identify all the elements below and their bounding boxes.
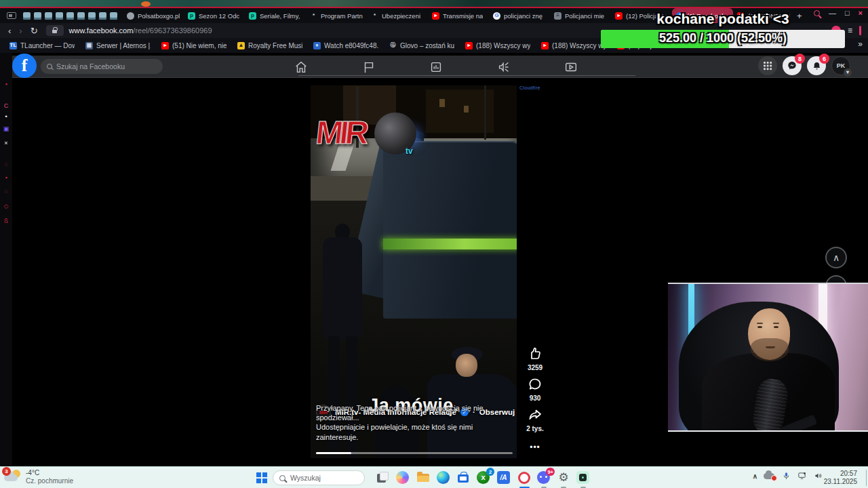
- weather-widget[interactable]: 3 -4°C Cz. pochmurnie: [4, 469, 73, 485]
- notifications-button[interactable]: 6: [807, 56, 826, 75]
- url-text[interactable]: www.facebook.com/reel/696373639860969: [69, 26, 212, 35]
- onedrive-icon[interactable]: [764, 472, 776, 480]
- pinned-tab[interactable]: [23, 12, 31, 20]
- medal-app-icon[interactable]: /A: [496, 470, 511, 485]
- pinned-tab[interactable]: [110, 12, 117, 20]
- microphone-tray-icon[interactable]: [782, 471, 791, 481]
- share-icon[interactable]: [527, 407, 543, 423]
- like-icon[interactable]: [527, 346, 543, 362]
- opera-icon[interactable]: [517, 470, 532, 485]
- sidebar-app-icon[interactable]: ◌: [0, 188, 12, 195]
- apps-menu-button[interactable]: [758, 56, 777, 75]
- reload-icon[interactable]: ↻: [31, 26, 38, 35]
- close-button[interactable]: ×: [859, 9, 863, 17]
- tab-label: Sezon 12 Odc: [199, 12, 239, 20]
- copilot-icon[interactable]: [395, 470, 410, 485]
- home-icon[interactable]: [294, 60, 309, 75]
- pinned-tab[interactable]: [77, 12, 85, 20]
- browser-tab[interactable]: p Seriale, Filmy,: [245, 8, 306, 23]
- pinned-tab[interactable]: [99, 12, 106, 20]
- sidebar-app-icon[interactable]: •: [0, 114, 12, 120]
- pinned-tab[interactable]: [88, 12, 96, 20]
- facebook-search-input[interactable]: Szukaj na Facebooku: [41, 59, 163, 74]
- back-icon[interactable]: ‹: [8, 26, 11, 35]
- forward-icon[interactable]: ›: [19, 26, 22, 35]
- bookmark-item[interactable]: ▸ (188) Wszyscy wy...: [465, 42, 530, 49]
- browser-tab[interactable]: p Sezon 12 Odc: [184, 8, 245, 23]
- lock-icon: [52, 30, 57, 33]
- system-tray: ∧: [753, 471, 823, 481]
- taskbar-clock[interactable]: 20:57 23.11.2025: [824, 470, 857, 486]
- file-explorer-icon[interactable]: [416, 470, 431, 485]
- screenshot-app-icon[interactable]: [375, 470, 390, 485]
- maximize-button[interactable]: □: [845, 9, 850, 17]
- facebook-header: f Szukaj na Facebooku 8: [12, 56, 868, 78]
- profile-avatar[interactable]: PK ▾: [831, 56, 850, 75]
- sidebar-app-icon[interactable]: ß: [0, 218, 12, 224]
- sidebar-app-icon[interactable]: ◇: [0, 203, 12, 209]
- browser-menu-icon[interactable]: ≡: [848, 26, 852, 35]
- sidebar-app-icon[interactable]: ▣: [0, 126, 12, 132]
- browser-tab[interactable]: ▸ Transmisje na: [428, 8, 489, 23]
- search-icon: [279, 475, 285, 481]
- messenger-button[interactable]: 8: [783, 56, 802, 75]
- bookmark-favicon: TL: [9, 42, 17, 49]
- comment-icon[interactable]: [527, 376, 543, 392]
- search-icon: [47, 64, 52, 69]
- bookmark-item[interactable]: ▸ (188) Wszyscy wy...: [541, 42, 606, 49]
- avatar-chevron-icon: ▾: [844, 68, 852, 77]
- url-path: /reel/696373639860969: [133, 26, 212, 35]
- previous-reel-button[interactable]: ∧: [825, 247, 847, 268]
- browser-tab[interactable]: Polsatboxgo.pl: [123, 8, 184, 23]
- xbox-badge: 2: [486, 468, 494, 476]
- settings-gear-icon[interactable]: ⚙: [556, 470, 571, 485]
- bookmark-favicon: ▦: [85, 42, 93, 49]
- pinned-tab[interactable]: [34, 12, 41, 20]
- browser-tab[interactable]: * Ubezpieczeni: [367, 8, 428, 23]
- marketplace-icon[interactable]: [429, 60, 443, 75]
- video-progress-track[interactable]: [316, 452, 513, 454]
- sidebar-app-icon[interactable]: ◌: [0, 161, 12, 167]
- wallpaper-strip: [0, 0, 868, 8]
- pinned-tab[interactable]: [45, 12, 52, 20]
- pinned-tab[interactable]: [56, 12, 63, 20]
- pinned-tab[interactable]: [66, 12, 74, 20]
- tab-tools-icon[interactable]: [7, 12, 16, 19]
- bookmarks-overflow-icon[interactable]: »: [858, 39, 863, 49]
- megaphone-icon[interactable]: [496, 60, 511, 75]
- recorder-app-icon[interactable]: [576, 470, 591, 485]
- xbox-icon[interactable]: x 2: [476, 470, 491, 485]
- bookmark-item[interactable]: TL TLauncher — Dow...: [9, 42, 75, 49]
- weather-desc: Cz. pochmurnie: [26, 477, 73, 485]
- bookmark-item[interactable]: ● Watch e8049fc48...: [313, 42, 378, 49]
- sidebar-app-icon[interactable]: ▪: [0, 81, 12, 87]
- taskbar-search-input[interactable]: Wyszukaj: [273, 470, 365, 485]
- edge-icon[interactable]: [436, 470, 451, 485]
- facebook-logo[interactable]: f: [12, 54, 37, 78]
- speaker-tray-icon[interactable]: [813, 471, 823, 481]
- start-button[interactable]: [256, 472, 267, 483]
- sidebar-app-icon[interactable]: ×: [0, 140, 12, 146]
- site-security-chip[interactable]: [46, 25, 64, 36]
- watch-video-icon[interactable]: [564, 60, 578, 75]
- discord-icon[interactable]: 9+: [536, 470, 551, 485]
- pages-flag-icon[interactable]: [361, 60, 376, 75]
- browser-tab[interactable]: G policjanci znę: [489, 8, 550, 23]
- bookmark-item[interactable]: ▸ (51) Nie wiem, nie...: [161, 42, 226, 49]
- messenger-badge: 8: [795, 54, 805, 64]
- tab-label: Ubezpieczeni: [382, 12, 420, 20]
- sidebar-app-icon[interactable]: ▪: [0, 175, 12, 181]
- reel-video[interactable]: MIR tv Ja mówię. MR MIR.tv- Media Inform…: [311, 85, 517, 458]
- browser-tab[interactable]: * Program Partn: [306, 8, 367, 23]
- microsoft-store-icon[interactable]: [456, 470, 471, 485]
- tray-chevron-icon[interactable]: ∧: [753, 472, 757, 480]
- profile-initials: PK: [837, 62, 846, 69]
- bookmark-item[interactable]: ▦ Serwer | Aternos |...: [85, 42, 151, 49]
- display-tray-icon[interactable]: [797, 471, 807, 481]
- show-desktop-divider[interactable]: [866, 470, 867, 486]
- bookmark-item[interactable]: ▲ Royalty Free Musi...: [237, 42, 302, 49]
- sidebar-app-icon[interactable]: C: [0, 103, 12, 109]
- facebook-nav: [294, 58, 578, 77]
- bookmark-item[interactable]: Ⓖ Glovo – zostań kur...: [389, 42, 454, 49]
- more-options-icon[interactable]: •••: [530, 443, 540, 452]
